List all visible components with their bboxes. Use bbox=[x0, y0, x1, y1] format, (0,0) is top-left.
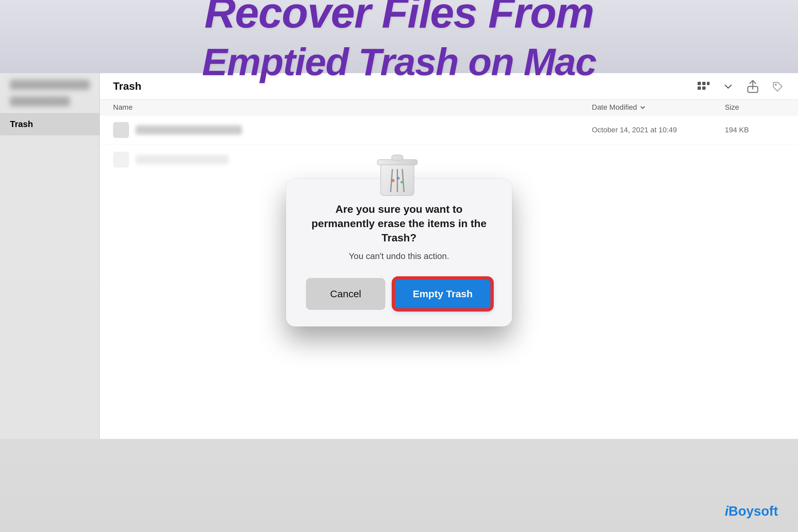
empty-trash-button[interactable]: Empty Trash bbox=[393, 278, 492, 310]
empty-trash-dialog: Are you sure you want to permanently era… bbox=[286, 179, 512, 327]
trash-icon-container bbox=[376, 149, 422, 202]
brand-prefix: i bbox=[725, 504, 728, 518]
dialog-subtitle: You can't undo this action. bbox=[349, 251, 449, 261]
svg-point-14 bbox=[397, 177, 400, 179]
iboysoft-watermark: iBoysoft bbox=[725, 504, 778, 519]
dialog-overlay: Are you sure you want to permanently era… bbox=[0, 0, 798, 532]
svg-point-15 bbox=[401, 181, 403, 183]
trash-icon bbox=[376, 149, 419, 199]
brand-name: Boysoft bbox=[728, 504, 778, 518]
cancel-button[interactable]: Cancel bbox=[306, 278, 385, 310]
svg-rect-12 bbox=[392, 155, 403, 160]
dialog-title: Are you sure you want to permanently era… bbox=[306, 202, 492, 245]
svg-point-13 bbox=[391, 179, 395, 182]
dialog-buttons: Cancel Empty Trash bbox=[306, 278, 492, 310]
